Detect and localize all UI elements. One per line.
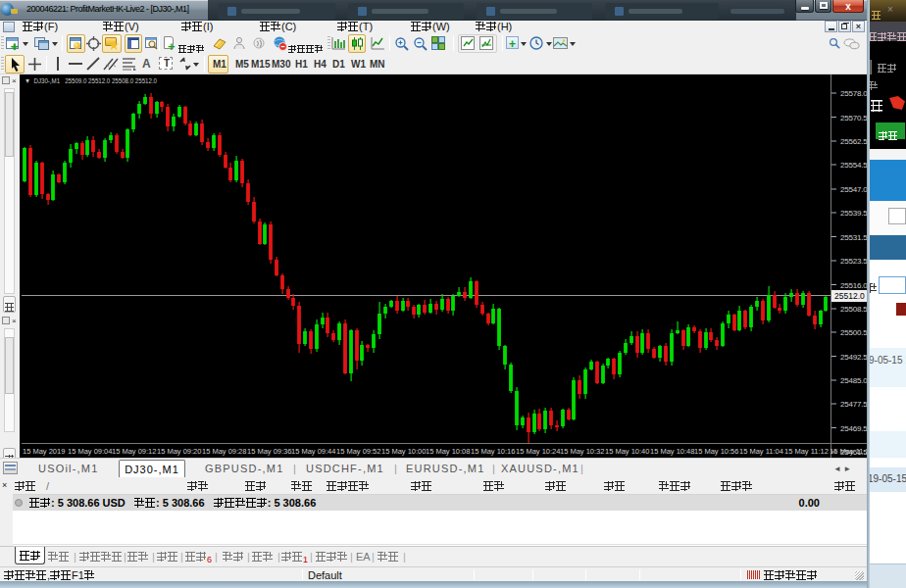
svg-text:15 May 09:04: 15 May 09:04 — [68, 447, 112, 456]
svg-text:15 May 09:52: 15 May 09:52 — [336, 447, 380, 456]
svg-text:25477.5: 25477.5 — [840, 400, 867, 409]
svg-text:25516.0: 25516.0 — [840, 281, 867, 290]
svg-text:25554.5: 25554.5 — [840, 161, 867, 170]
svg-text:25578.0: 25578.0 — [840, 89, 867, 98]
svg-text:15 May 11:20: 15 May 11:20 — [830, 447, 867, 456]
svg-text:25531.5: 25531.5 — [840, 233, 867, 242]
svg-text:15 May 09:36: 15 May 09:36 — [247, 447, 291, 456]
svg-text:15 May 10:16: 15 May 10:16 — [471, 447, 515, 456]
svg-text:15 May 10:00: 15 May 10:00 — [381, 447, 426, 456]
svg-text:15 May 10:48: 15 May 10:48 — [650, 447, 694, 456]
svg-text:15 May 11:12: 15 May 11:12 — [784, 447, 829, 456]
svg-text:15 May 09:20: 15 May 09:20 — [157, 447, 201, 456]
svg-text:25500.5: 25500.5 — [840, 328, 867, 337]
svg-text:15 May 10:08: 15 May 10:08 — [426, 447, 470, 456]
svg-text:25539.5: 25539.5 — [840, 209, 867, 218]
svg-text:15 May 10:24: 15 May 10:24 — [516, 447, 560, 456]
svg-text:25508.5: 25508.5 — [840, 305, 867, 314]
svg-text:25570.5: 25570.5 — [840, 114, 867, 122]
svg-text:25547.0: 25547.0 — [840, 185, 867, 194]
svg-text:25523.5: 25523.5 — [840, 257, 867, 266]
svg-text:15 May 2019: 15 May 2019 — [23, 447, 65, 456]
svg-text:15 May 09:12: 15 May 09:12 — [112, 447, 156, 456]
svg-text:25562.5: 25562.5 — [840, 137, 867, 146]
svg-text:15 May 11:04: 15 May 11:04 — [739, 447, 783, 456]
svg-text:15 May 09:44: 15 May 09:44 — [291, 447, 335, 456]
svg-text:▼ DJ30-,M1 25509.0 25512.0: ▼ DJ30-,M1 25509.0 25512.0 25508.0 25512… — [25, 77, 157, 84]
svg-text:15 May 10:40: 15 May 10:40 — [605, 447, 649, 456]
svg-text:25492.5: 25492.5 — [840, 353, 867, 362]
svg-text:15 May 10:56: 15 May 10:56 — [694, 447, 738, 456]
svg-text:25512.0: 25512.0 — [834, 291, 865, 301]
svg-text:25469.5: 25469.5 — [840, 424, 867, 433]
svg-text:15 May 09:28: 15 May 09:28 — [202, 447, 246, 456]
svg-text:15 May 10:32: 15 May 10:32 — [560, 447, 604, 456]
svg-text:25485.0: 25485.0 — [840, 376, 867, 385]
